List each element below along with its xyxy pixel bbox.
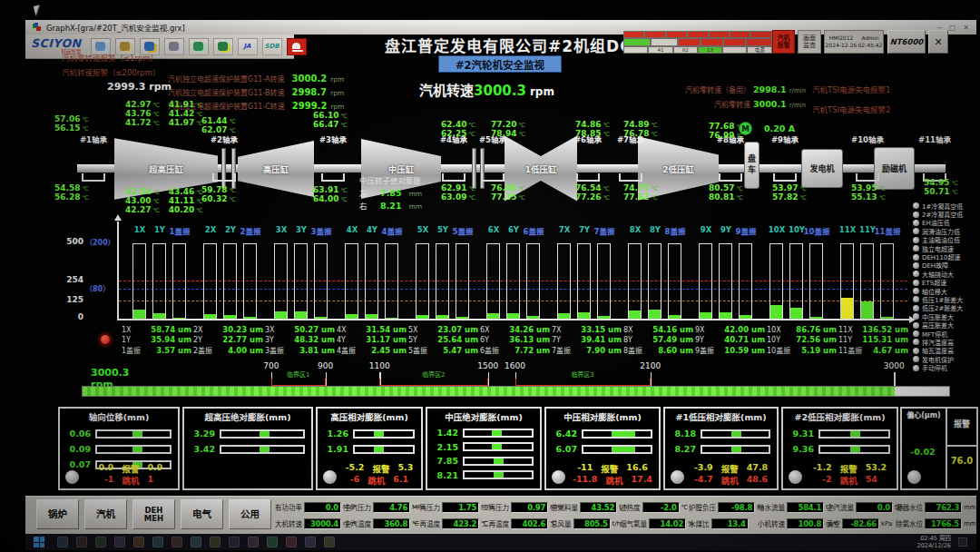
vibration-value-column: 1X58.74 um1Y35.94 um1盖振3.57 um <box>122 325 191 355</box>
gauges-icon[interactable] <box>164 38 184 55</box>
status-unit: kPa <box>881 520 892 527</box>
bearing-label: #1轴承 <box>72 133 115 144</box>
page-subtitle: #2汽轮机安全监视 <box>438 55 562 73</box>
sdb-logo-icon[interactable]: SDB <box>262 38 282 55</box>
taskbar-app-icon[interactable] <box>324 537 335 547</box>
vibration-value-column: 7X33.15 um7Y39.41 um7盖振7.90 um <box>552 325 622 355</box>
nav-button[interactable]: 电气 <box>181 499 223 529</box>
alarm-grid-row: 418213电源 <box>623 46 772 54</box>
temp-line: 77.62℃ <box>623 192 658 202</box>
alarm-grid-cell: 41 <box>648 46 672 54</box>
vibration-bar-fill <box>346 314 358 319</box>
gauge-row: 0.09 <box>64 441 172 457</box>
gauge-bar <box>582 445 652 454</box>
temp-value: 76.99℃ <box>709 131 743 140</box>
hmi-user: Admin <box>858 34 882 42</box>
tsi-alarm-2: 汽机TSI电源失电报警2 <box>812 104 891 114</box>
start-button-icon[interactable] <box>34 537 44 547</box>
vibration-bar <box>597 243 611 320</box>
close-window-icon[interactable]: ✕ <box>963 24 969 32</box>
cards-icon[interactable] <box>213 38 233 55</box>
vibration-bar <box>789 243 803 320</box>
tray-icon[interactable] <box>958 537 967 547</box>
nav-button[interactable]: 汽机 <box>84 499 127 529</box>
nav-button[interactable]: DEHMEH <box>132 499 175 529</box>
machine-label: 励磁机 <box>882 163 906 174</box>
temp-block: 42.97℃41.91℃43.76℃41.42℃41.72℃41.97℃ <box>125 100 203 127</box>
taskbar-app-icon[interactable] <box>95 537 106 547</box>
alarm-lamp-item: 润滑油压力低 <box>913 227 978 235</box>
vibration-bar-fill <box>861 301 873 319</box>
maximize-icon[interactable]: ▢ <box>949 24 956 32</box>
temp-line: 62.25℃ <box>441 129 475 138</box>
status-field: 给水流量584.1t/h <box>758 500 835 514</box>
turbine-alarm-button[interactable]: 汽机 报警 <box>772 30 795 54</box>
ops-button[interactable]: 画面 监查 <box>798 30 821 54</box>
vibration-bar-fill <box>841 298 853 319</box>
temp-value: 62.07℃ <box>201 125 236 134</box>
ja-logo-icon[interactable]: JA <box>238 38 258 55</box>
vibration-bar <box>769 243 783 320</box>
taskbar-app-icon[interactable] <box>305 537 316 547</box>
nav-button[interactable]: 锅炉 <box>36 499 79 529</box>
taskbar-app-icon[interactable] <box>267 537 278 547</box>
nt6000-button[interactable]: NT6000 <box>887 30 926 54</box>
taskbar-app-icon[interactable] <box>133 537 144 547</box>
taskbar-app-icon[interactable] <box>286 537 297 547</box>
lamp-dot-icon <box>913 280 919 286</box>
temp-value: 66.10℃ <box>313 111 348 120</box>
close-button[interactable]: ✕ <box>928 30 948 54</box>
alarm-grid-cell <box>750 31 771 38</box>
status-value-box: 1766.5 <box>925 518 962 529</box>
lamp-dot-icon <box>913 288 919 294</box>
taskbar-app-icon[interactable] <box>248 537 259 547</box>
panel-alarm-limits: -3.9报警47.8 <box>689 462 773 475</box>
speed-tick-line <box>488 372 490 386</box>
monitor-icon[interactable] <box>189 38 209 55</box>
taskbar-app-icon[interactable] <box>172 537 182 547</box>
taskbar-app-icon[interactable] <box>229 537 240 547</box>
taskbar-app-icon[interactable] <box>114 537 125 547</box>
temp-line: 53.97℃ <box>772 183 807 192</box>
cylinder-label: 1低压缸 <box>524 163 556 175</box>
temp-line: 43.76℃41.42℃ <box>125 109 203 118</box>
alarm-lamp-item: 1#冷凝真空低 <box>913 202 978 210</box>
hmi-station: HMI2012 <box>826 34 858 42</box>
bearing-bracket <box>856 173 879 182</box>
temp-line: 63.09℃ <box>441 192 475 202</box>
status-value-box: 805.5 <box>573 518 611 529</box>
temp-block: 42.54℃43.46℃43.00℃41.11℃42.27℃40.20℃ <box>125 187 203 214</box>
alarm-lamp-item: 轴位移大 <box>913 287 978 295</box>
vibration-bar <box>152 243 166 320</box>
taskbar-app-icon[interactable] <box>191 537 201 547</box>
turning-gear-motor-icon: M <box>739 122 752 135</box>
alarm-lamp-item: 发电机保护 <box>913 355 978 363</box>
taskbar-app-icon[interactable] <box>152 537 163 547</box>
temp-value: 80.57℃ <box>709 183 743 192</box>
taskbar-app-icon[interactable] <box>57 537 68 547</box>
vibration-value-column: 9X42.00 um9Y40.71 um9盖振10.59 um <box>695 325 765 355</box>
status-value-box: 100.8 <box>787 518 824 529</box>
status-label: 二再压力 <box>482 502 509 512</box>
taskbar-clock[interactable]: 02:45 周四 2024/12/26 <box>917 535 951 549</box>
y-tick-125: 125 <box>47 295 83 304</box>
taskbar-app-icon[interactable] <box>210 537 220 547</box>
gauge-bar <box>818 445 890 454</box>
temp-value: 57.82℃ <box>772 192 807 202</box>
vibration-bar-fill <box>244 317 256 319</box>
gauge-value: 9.31 <box>788 429 814 439</box>
speed-ramp-track <box>82 386 950 397</box>
nav-button[interactable]: 公用 <box>229 499 271 529</box>
alarm-status-grid: 418213电源 <box>623 31 772 54</box>
vibration-bar <box>172 243 186 320</box>
panel-title: 轴向位移(mm) <box>60 410 178 423</box>
alarm-bell-icon[interactable] <box>287 38 307 55</box>
vibration-bar-fill <box>224 315 236 319</box>
temp-line: 63.91℃ <box>313 185 348 194</box>
expansion-panel: #1低压相对膨胀(mm)8.188.27-3.9报警47.8-4.7跳机48.6 <box>663 407 779 490</box>
status-value: -98.8 <box>731 503 752 512</box>
temp-value: 56.28℃ <box>54 192 89 202</box>
taskbar-app-icon[interactable] <box>76 537 87 547</box>
bearing-label: #9轴承 <box>763 133 807 144</box>
vibration-bar <box>203 243 217 320</box>
